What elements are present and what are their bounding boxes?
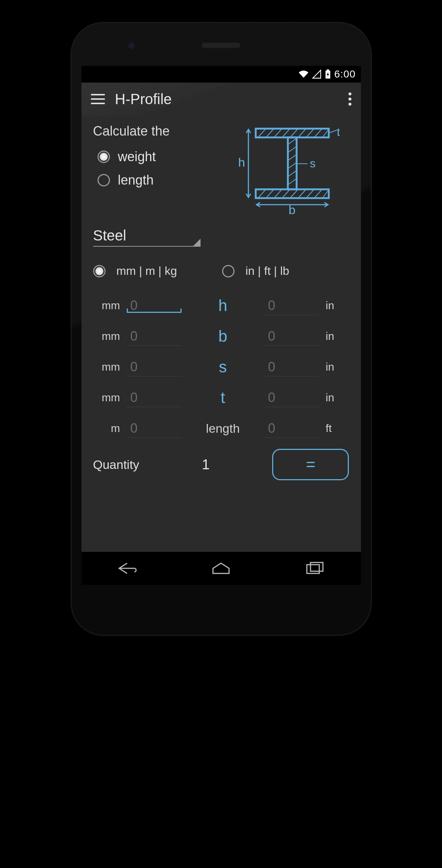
h-profile-diagram: h b s t (221, 124, 349, 215)
row-length-left-unit: m (93, 422, 122, 435)
diagram-label-b: b (289, 203, 296, 215)
diagram-label-h: h (238, 155, 245, 169)
svg-line-22 (323, 191, 328, 197)
svg-line-13 (323, 130, 328, 137)
svg-line-6 (267, 129, 273, 137)
input-s-imperial[interactable] (264, 357, 319, 376)
svg-line-7 (275, 129, 281, 137)
row-h-left-wrap[interactable] (127, 296, 182, 315)
svg-rect-33 (307, 565, 319, 573)
svg-line-20 (307, 190, 313, 197)
units-metric-label: mm | m | kg (117, 264, 177, 278)
row-b-left-unit: mm (93, 330, 122, 342)
quantity-value[interactable]: 1 (202, 457, 210, 473)
input-t-metric[interactable] (127, 388, 182, 407)
row-h-label: h (186, 296, 260, 315)
svg-line-10 (299, 129, 305, 137)
svg-line-9 (291, 129, 297, 137)
action-bar: H-Profile (81, 83, 361, 115)
svg-rect-1 (327, 69, 329, 71)
cell-signal-icon (312, 69, 321, 79)
phone-frame: 6:00 H-Profile Calculate the weight le (71, 22, 372, 636)
svg-line-26 (289, 163, 296, 168)
front-camera (129, 43, 134, 48)
screen: 6:00 H-Profile Calculate the weight le (81, 66, 361, 585)
row-t: mm t in (93, 382, 349, 413)
material-spinner[interactable]: Steel (93, 227, 199, 247)
home-icon[interactable] (210, 561, 232, 576)
inputs-table: mm h in mm b in mm (93, 290, 349, 444)
svg-line-24 (289, 147, 296, 152)
row-h-left-unit: mm (93, 299, 122, 312)
svg-line-17 (283, 190, 289, 197)
input-s-metric[interactable] (127, 357, 182, 376)
units-metric[interactable]: mm | m | kg (93, 264, 220, 278)
row-s-label: s (186, 358, 260, 376)
menu-icon[interactable] (91, 94, 105, 104)
input-t-imperial[interactable] (264, 388, 319, 407)
input-length-metric[interactable] (127, 419, 182, 438)
earpiece (201, 42, 241, 49)
calc-heading: Calculate the (93, 124, 221, 139)
svg-line-32 (329, 130, 337, 133)
status-bar: 6:00 (81, 66, 361, 83)
diagram-label-t: t (337, 125, 340, 139)
bottom-row: Quantity 1 = (93, 449, 349, 480)
row-t-left-unit: mm (93, 391, 122, 404)
radio-weight[interactable]: weight (98, 149, 221, 164)
units-row: mm | m | kg in | ft | lb (93, 264, 349, 278)
recents-icon[interactable] (303, 561, 325, 576)
radio-length-label: length (118, 173, 154, 188)
units-imperial[interactable]: in | ft | lb (220, 264, 349, 278)
quantity-label: Quantity (93, 458, 140, 472)
svg-line-19 (299, 190, 305, 197)
row-s: mm s in (93, 352, 349, 382)
radio-metric-indicator (93, 265, 106, 277)
svg-line-14 (259, 190, 265, 197)
units-imperial-label: in | ft | lb (245, 264, 289, 278)
svg-line-8 (283, 129, 289, 137)
row-b-right-unit: in (324, 330, 349, 342)
row-length: m length ft (93, 413, 349, 444)
svg-rect-34 (310, 562, 323, 571)
radio-weight-indicator (98, 151, 110, 163)
row-h-right-unit: in (324, 299, 349, 312)
svg-line-27 (289, 171, 296, 176)
calculate-button[interactable]: = (272, 449, 349, 480)
calc-mode-block: Calculate the weight length (93, 124, 221, 215)
row-h: mm h in (93, 290, 349, 321)
row-length-label: length (186, 421, 260, 436)
row-b: mm b in (93, 321, 349, 352)
svg-line-11 (307, 129, 313, 137)
app-title: H-Profile (115, 91, 172, 107)
system-nav-bar (81, 552, 361, 585)
svg-line-12 (315, 129, 321, 137)
svg-line-28 (289, 179, 296, 184)
row-s-right-unit: in (324, 361, 349, 373)
status-clock: 6:00 (334, 68, 356, 80)
svg-line-21 (315, 190, 321, 197)
back-icon[interactable] (117, 561, 139, 576)
dropdown-triangle-icon (193, 239, 201, 247)
row-t-label: t (186, 388, 260, 407)
row-length-right-unit: ft (324, 422, 349, 435)
radio-length-indicator (98, 174, 110, 186)
input-b-metric[interactable] (127, 327, 182, 346)
overflow-menu-icon[interactable] (348, 92, 351, 106)
material-selected: Steel (93, 227, 126, 244)
svg-line-5 (259, 129, 265, 137)
battery-charging-icon (325, 69, 331, 79)
radio-weight-label: weight (118, 149, 156, 164)
input-b-imperial[interactable] (264, 327, 319, 346)
svg-line-23 (289, 139, 296, 144)
input-h-imperial[interactable] (264, 296, 319, 315)
row-b-label: b (186, 327, 260, 345)
svg-line-16 (275, 190, 281, 197)
wifi-icon (299, 69, 308, 79)
diagram-label-s: s (310, 157, 316, 170)
svg-line-18 (291, 190, 297, 197)
svg-line-25 (289, 155, 296, 160)
radio-imperial-indicator (222, 265, 235, 277)
input-length-imperial[interactable] (264, 419, 319, 438)
radio-length[interactable]: length (98, 173, 221, 188)
